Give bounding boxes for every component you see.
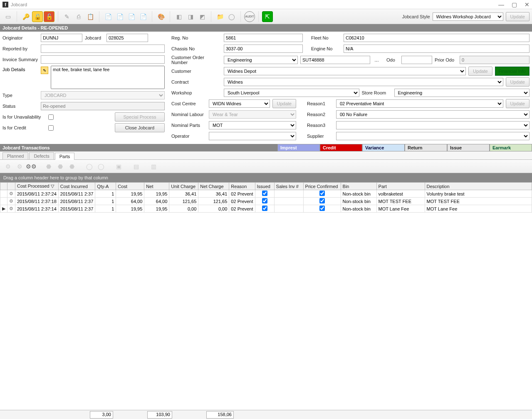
parts-tool10-icon[interactable]: ▤ [131, 161, 141, 172]
parts-tool2-icon[interactable]: ⚙ [14, 161, 25, 172]
originator-field[interactable] [41, 34, 82, 42]
doc2-icon[interactable]: 📄 [114, 11, 125, 22]
col-part[interactable]: Part [376, 183, 425, 190]
parts-tool7-icon[interactable]: ◯ [84, 161, 95, 172]
maximize-icon[interactable]: ▢ [512, 1, 517, 8]
workshop-select[interactable]: South Liverpool [224, 89, 359, 97]
parts-grid: Cost Processed ▽ Cost Incurred Qty-A Cos… [0, 182, 532, 213]
close-icon[interactable]: ✕ [525, 1, 530, 8]
jobcard-style-select[interactable]: Widnes Workshop Jobcard [433, 12, 503, 21]
supplier-select[interactable] [336, 132, 530, 140]
color-icon[interactable]: 🎨 [156, 11, 166, 22]
contract-update-button[interactable]: Update [506, 77, 530, 87]
parts-tool5-icon[interactable]: ⬣ [55, 161, 66, 172]
chassis-no-field[interactable] [224, 45, 303, 53]
doc3-icon[interactable]: 📄 [126, 11, 137, 22]
tab-defects[interactable]: Defects [29, 152, 54, 159]
cust-order-val-field[interactable] [300, 56, 370, 64]
job-details-field[interactable]: mot fee, brake test, lane fee [51, 66, 165, 89]
cost-centre-update-button[interactable]: Update [272, 99, 296, 108]
col-description[interactable]: Description [425, 183, 532, 190]
reported-by-field[interactable] [41, 45, 165, 53]
col-qty[interactable]: Qty-A [95, 183, 116, 190]
audit-icon[interactable]: AUDIT [244, 11, 255, 22]
type-label: Type [2, 93, 38, 98]
reason3-select[interactable] [336, 121, 530, 129]
parts-tool4-icon[interactable]: ⬣ [43, 161, 54, 172]
tool5-icon[interactable]: ◧ [173, 11, 184, 22]
col-unit-charge[interactable]: Unit Charge [169, 183, 198, 190]
invoice-summary-field[interactable] [41, 55, 165, 64]
contract-select[interactable]: Widnes [224, 78, 503, 86]
doc1-icon[interactable]: 📄 [103, 11, 114, 22]
parts-tool8-icon[interactable]: ◯ [96, 161, 106, 172]
is-for-credit-checkbox[interactable] [48, 125, 54, 131]
chassis-no-label: Chassis No [171, 46, 221, 51]
parts-tool3-icon[interactable]: ⚙⚙ [26, 161, 37, 172]
issue-button[interactable]: Issue [447, 144, 490, 151]
is-for-unavail-checkbox[interactable] [48, 114, 54, 120]
print-icon[interactable]: ⎙ [73, 11, 84, 22]
customer-update-button[interactable]: Update [468, 67, 492, 76]
col-net-charge[interactable]: Net Charge [198, 183, 229, 190]
cust-order-cat-select[interactable]: Engineering [224, 56, 298, 64]
refresh-icon[interactable]: ◯ [226, 11, 237, 22]
clipboard-icon[interactable]: 📋 [85, 11, 96, 22]
engine-no-field[interactable] [344, 45, 530, 53]
special-process-button[interactable]: Special Process [115, 112, 165, 121]
tab-parts[interactable]: Parts [55, 153, 75, 160]
parts-tool11-icon[interactable]: ▥ [148, 161, 159, 172]
jobcard-field[interactable] [106, 34, 148, 42]
reason2-select[interactable]: 00 No Failure [336, 110, 530, 119]
cost-centre-select[interactable]: WIDN Widnes [209, 99, 270, 108]
earmark-button[interactable]: Earmark [490, 144, 532, 151]
reg-no-field[interactable] [224, 34, 303, 42]
group-bar[interactable]: Drag a column header here to group by th… [0, 173, 532, 182]
col-reason[interactable]: Reason [229, 183, 255, 190]
odo-field[interactable] [401, 56, 432, 64]
store-room-select[interactable]: Engineering [394, 89, 530, 97]
ellipsis-icon[interactable]: … [373, 57, 381, 62]
reported-by-label: Reported by [2, 46, 38, 51]
return-button[interactable]: Return [405, 144, 447, 151]
col-sales-inv[interactable]: Sales Inv # [274, 183, 303, 190]
exit-icon[interactable]: ⇱ [262, 11, 273, 22]
operator-select[interactable] [209, 132, 296, 140]
col-net[interactable]: Net [144, 183, 169, 190]
parts-tool6-icon[interactable]: ⬣ [67, 161, 77, 172]
doc4-icon[interactable]: 📄 [138, 11, 148, 22]
folder-icon[interactable]: 📁 [215, 11, 225, 22]
close-jobcard-button[interactable]: Close Jobcard [115, 123, 165, 132]
table-row[interactable]: ⚙2015/08/11 2:37:242015/08/11 2:37119,95… [0, 190, 532, 198]
col-cost-processed[interactable]: Cost Processed ▽ [15, 183, 59, 190]
table-row[interactable]: ⚙2015/08/11 2:37:182015/08/11 2:37164,00… [0, 198, 532, 205]
col-bin[interactable]: Bin [341, 183, 376, 190]
imprest-button[interactable]: Imprest [277, 144, 320, 151]
lock-icon[interactable]: 🔒 [32, 11, 43, 22]
col-issued[interactable]: Issued [255, 183, 274, 190]
reason1-select[interactable]: 02 Preventative Maint [336, 99, 503, 108]
col-cost-incurred[interactable]: Cost Incurred [58, 183, 95, 190]
variance-button[interactable]: Variance [362, 144, 405, 151]
edit-icon[interactable]: ✎ [62, 11, 72, 22]
edit-job-details-icon[interactable]: ✎ [41, 67, 48, 74]
financial-info-button[interactable]: Financial Info [495, 67, 530, 76]
parts-tool9-icon[interactable]: ▣ [113, 161, 124, 172]
credit-button[interactable]: Credit [320, 144, 362, 151]
col-price-confirmed[interactable]: Price Confirmed [303, 183, 341, 190]
customer-select[interactable]: Widnes Depot [224, 67, 466, 75]
tab-planned[interactable]: Planned [2, 152, 28, 159]
tool7-icon[interactable]: ◩ [197, 11, 208, 22]
update-button[interactable]: Update [506, 12, 530, 21]
parts-tool1-icon[interactable]: ⚙ [2, 161, 13, 172]
minimize-icon[interactable]: — [498, 1, 504, 8]
table-row[interactable]: ▶⚙2015/08/11 2:37:142015/08/11 2:37119,9… [0, 205, 532, 213]
col-cost[interactable]: Cost [116, 183, 144, 190]
nominal-parts-select[interactable]: MOT [209, 121, 296, 129]
key-icon[interactable]: 🔑 [20, 11, 31, 22]
new-icon[interactable]: ▭ [2, 11, 13, 22]
fleet-no-field[interactable] [344, 34, 530, 42]
reason1-update-button[interactable]: Update [506, 99, 530, 108]
tool6-icon[interactable]: ◨ [185, 11, 196, 22]
unlock-icon[interactable]: 🔓 [44, 11, 54, 22]
